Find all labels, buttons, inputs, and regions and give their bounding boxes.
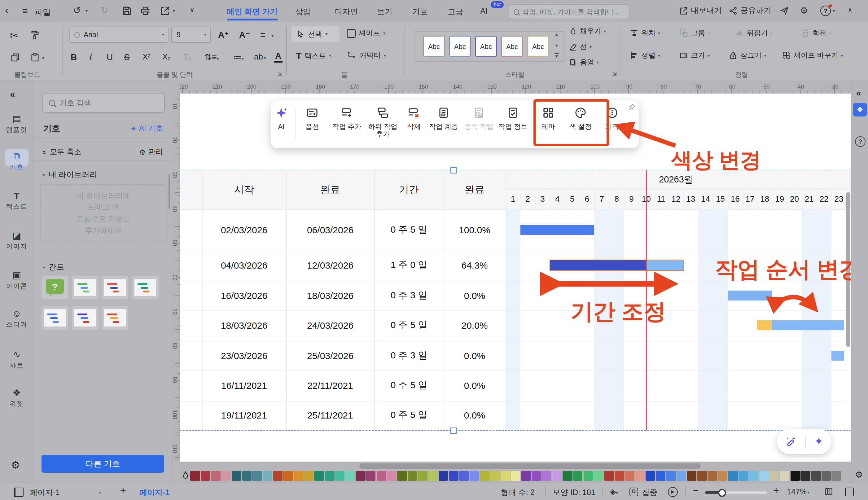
text-style-button[interactable]: T▾: [183, 52, 191, 62]
back-icon[interactable]: ‹: [5, 4, 8, 17]
color-swatch[interactable]: [345, 471, 355, 481]
toolbar-item-8[interactable]: 작업 정보: [496, 105, 530, 130]
style-preview-1[interactable]: Abc: [423, 36, 445, 57]
color-swatch[interactable]: [356, 471, 365, 481]
task-end-date[interactable]: 25/03/2026: [307, 350, 353, 361]
fit-screen-icon[interactable]: [845, 488, 854, 496]
color-swatch[interactable]: [749, 471, 759, 481]
menu-tab-3[interactable]: 디자인: [335, 7, 358, 18]
gantt-bar[interactable]: [757, 321, 844, 331]
style-scroll-up-icon[interactable]: ▲: [555, 32, 559, 36]
menu-tab-1[interactable]: 메인 화면 가기: [227, 7, 277, 18]
task-progress[interactable]: 100.0%: [459, 224, 490, 235]
task-end-date[interactable]: 18/03/2026: [307, 290, 353, 301]
export-share-icon[interactable]: [160, 5, 170, 16]
more-symbols-button[interactable]: 다른 기호: [42, 455, 164, 473]
task-start-date[interactable]: 18/03/2026: [221, 320, 267, 331]
abbreviation-button[interactable]: ab: [254, 52, 263, 61]
color-swatch[interactable]: [594, 471, 604, 481]
page-view-icon[interactable]: [14, 488, 24, 497]
export-button[interactable]: 내보내기: [679, 5, 722, 16]
color-swatch[interactable]: [490, 471, 500, 481]
ribbon-collapse-icon[interactable]: ∨: [190, 5, 195, 14]
color-swatch[interactable]: [583, 471, 593, 481]
position-button[interactable]: 위치▾: [629, 29, 660, 38]
color-swatch[interactable]: [708, 471, 717, 481]
paste-dropdown-icon[interactable]: ▾: [42, 56, 44, 61]
symbol-thumb-help-bubble[interactable]: ?: [42, 276, 68, 299]
symbol-thumb-gantt-1[interactable]: [71, 276, 98, 299]
format-panel-button[interactable]: ❖: [853, 103, 867, 116]
zoom-level[interactable]: 147%: [787, 488, 807, 496]
color-swatch[interactable]: [666, 471, 676, 481]
fill-button[interactable]: 채우기▾: [569, 27, 606, 36]
ai-symbols-link[interactable]: ✦ AI 기호: [130, 123, 163, 134]
color-swatch[interactable]: [335, 471, 345, 481]
color-swatch[interactable]: [759, 471, 769, 481]
task-duration[interactable]: 1 주 0 일: [391, 259, 427, 271]
panel-scrollbar[interactable]: [169, 174, 170, 209]
layers-icon[interactable]: ◈▾: [610, 487, 618, 496]
focus-label[interactable]: 집중: [642, 488, 657, 498]
font-size-select[interactable]: 9 ▾: [171, 27, 211, 43]
canvas[interactable]: 시작완료기간완료 20263월 123456789101112131415161…: [180, 93, 850, 462]
color-swatch[interactable]: [407, 471, 417, 481]
task-start-date[interactable]: 23/03/2026: [221, 350, 267, 361]
font-increase-button[interactable]: A⁺: [218, 30, 229, 39]
color-swatch[interactable]: [428, 471, 438, 481]
font-group-expand-icon[interactable]: ⇲: [277, 71, 282, 77]
color-swatch[interactable]: [676, 471, 686, 481]
help-panel-icon[interactable]: ?: [855, 136, 866, 147]
color-swatch[interactable]: [821, 471, 831, 481]
font-color-button[interactable]: A: [274, 51, 283, 62]
global-search-input[interactable]: 작업, 에셋, 가이드를 검색합니...: [509, 4, 630, 19]
task-start-date[interactable]: 19/11/2021: [221, 410, 267, 421]
color-swatch[interactable]: [232, 471, 241, 481]
color-swatch[interactable]: [646, 471, 655, 481]
library-drop-zone[interactable]: 내 라이브러리에 드래그 앤 드롭으로 기호를 추가하세요: [40, 184, 167, 242]
select-tool-button[interactable]: 선택▾: [291, 26, 340, 42]
page-tab-active[interactable]: 페이지-1: [139, 488, 170, 498]
color-swatch[interactable]: [790, 471, 800, 481]
color-swatch[interactable]: [769, 471, 779, 481]
symbol-search-input[interactable]: 기호 검색: [42, 93, 165, 113]
task-end-date[interactable]: 25/11/2021: [307, 410, 353, 421]
menu-tab-6[interactable]: 고급: [448, 7, 463, 18]
style-preview-2[interactable]: Abc: [449, 36, 471, 57]
task-start-date[interactable]: 16/03/2026: [221, 290, 267, 301]
collapse-toolbar-icon[interactable]: ∧: [847, 6, 853, 14]
magic-wand-icon[interactable]: [785, 435, 797, 447]
text-tool-button[interactable]: T 텍스트▾: [296, 51, 331, 61]
presentation-play-icon[interactable]: ▶: [668, 487, 678, 497]
format-painter-icon[interactable]: [30, 30, 40, 40]
color-swatch[interactable]: [687, 471, 696, 481]
symbol-thumb-gantt-6[interactable]: [102, 306, 128, 330]
undo-dropdown-icon[interactable]: ▾: [85, 9, 88, 14]
horizontal-scrollbar[interactable]: [359, 464, 701, 469]
share-button[interactable]: 공유하기: [729, 5, 772, 16]
add-page-button[interactable]: +: [120, 485, 126, 496]
export-dropdown-icon[interactable]: ▾: [173, 9, 175, 14]
color-swatch[interactable]: [542, 471, 552, 481]
color-swatch[interactable]: [439, 471, 448, 481]
send-icon[interactable]: [779, 5, 789, 15]
color-swatch[interactable]: [728, 471, 738, 481]
panel-collapse-icon[interactable]: «: [10, 89, 15, 99]
color-swatch[interactable]: [418, 471, 427, 481]
flip-button[interactable]: 뒤집기▾: [735, 29, 773, 38]
task-progress[interactable]: 64.3%: [461, 260, 488, 271]
color-swatch[interactable]: [697, 471, 707, 481]
color-swatch[interactable]: [573, 471, 583, 481]
save-icon[interactable]: [122, 5, 132, 16]
size-button[interactable]: 크기▾: [679, 51, 710, 60]
shadow-button[interactable]: 음영▾: [569, 58, 599, 67]
color-swatch[interactable]: [562, 471, 572, 481]
shape-tool-button[interactable]: 셰이프▾: [347, 29, 385, 38]
color-swatch[interactable]: [614, 471, 624, 481]
cut-icon[interactable]: ✂: [10, 30, 18, 42]
color-swatch[interactable]: [252, 471, 262, 481]
color-swatch[interactable]: [397, 471, 407, 481]
color-swatch[interactable]: [470, 471, 479, 481]
task-start-date[interactable]: 02/03/2026: [221, 224, 267, 235]
color-swatch[interactable]: [459, 471, 469, 481]
